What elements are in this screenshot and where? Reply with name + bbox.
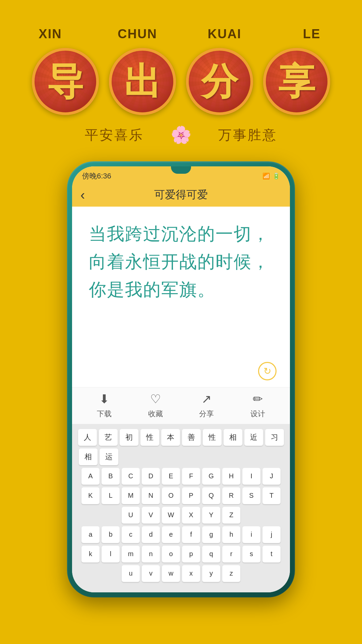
key-r[interactable]: r xyxy=(222,546,240,562)
key-chu[interactable]: 初 xyxy=(120,429,138,446)
app-title: 可爱得可爱 xyxy=(154,187,208,202)
key-s[interactable]: s xyxy=(242,546,260,562)
coin-char-dao: 导 xyxy=(47,63,84,100)
key-Q[interactable]: Q xyxy=(202,487,220,504)
back-button[interactable]: ‹ xyxy=(80,188,85,202)
phone-screen: 傍晚6:36 📶 🔋 ‹ 可爱得可爱 当我跨过沉沦的一切，向着永恒开战的时候，你… xyxy=(72,166,290,592)
key-F[interactable]: F xyxy=(182,468,200,485)
key-H[interactable]: H xyxy=(222,468,240,485)
favorite-action[interactable]: ♡ 收藏 xyxy=(148,392,163,419)
key-y2[interactable]: y xyxy=(202,565,220,582)
key-i[interactable]: i xyxy=(242,526,260,543)
phone-inner: 傍晚6:36 📶 🔋 ‹ 可爱得可爱 当我跨过沉沦的一切，向着永恒开战的时候，你… xyxy=(72,166,290,592)
key-yun[interactable]: 运 xyxy=(100,448,118,465)
coin-char-chu: 出 xyxy=(124,63,161,100)
main-text: 当我跨过沉沦的一切，向着永恒开战的时候，你是我的军旗。 xyxy=(89,220,273,304)
key-shan[interactable]: 善 xyxy=(182,429,201,446)
key-xing1[interactable]: 性 xyxy=(140,429,159,446)
key-L[interactable]: L xyxy=(102,487,120,504)
keyboard-section: 人 艺 初 性 本 善 性 相 近 习 相 运 xyxy=(72,424,290,593)
key-W[interactable]: W xyxy=(162,507,180,524)
keyboard-row-lower-1: a b c d e f g h i j xyxy=(75,526,287,543)
key-I[interactable]: I xyxy=(242,468,260,485)
key-c[interactable]: c xyxy=(122,526,140,543)
blessing-left: 平安喜乐 xyxy=(85,126,144,144)
key-d[interactable]: d xyxy=(142,526,160,543)
key-xing2[interactable]: 性 xyxy=(203,429,222,446)
key-jin[interactable]: 近 xyxy=(244,429,263,446)
coin-chu[interactable]: 出 xyxy=(109,48,176,115)
phone-notch xyxy=(171,166,191,174)
key-k[interactable]: k xyxy=(81,546,100,562)
key-b[interactable]: b xyxy=(102,526,120,543)
key-o[interactable]: o xyxy=(162,546,180,562)
key-G[interactable]: G xyxy=(202,468,220,485)
phone-mockup: 傍晚6:36 📶 🔋 ‹ 可爱得可爱 当我跨过沉沦的一切，向着永恒开战的时候，你… xyxy=(67,161,295,597)
coin-dao[interactable]: 导 xyxy=(32,48,99,115)
key-O[interactable]: O xyxy=(162,487,180,504)
key-h[interactable]: h xyxy=(222,526,240,543)
key-m[interactable]: m xyxy=(122,546,140,562)
status-icons: 📶 🔋 xyxy=(262,172,280,180)
key-z2[interactable]: z xyxy=(222,565,240,582)
keyboard-row-alpha-3: U V W X Y Z xyxy=(75,507,287,524)
download-action[interactable]: ⬇ 下载 xyxy=(97,392,112,419)
favorite-label: 收藏 xyxy=(148,409,163,419)
share-icon: ↗ xyxy=(201,392,212,406)
design-action[interactable]: ✏ 设计 xyxy=(250,392,265,419)
key-u2[interactable]: u xyxy=(122,565,140,582)
keyboard-row-alpha-2: K L M N O P Q R S T xyxy=(75,487,287,504)
key-f[interactable]: f xyxy=(182,526,200,543)
key-l[interactable]: l xyxy=(102,546,120,562)
key-n[interactable]: n xyxy=(142,546,160,562)
key-w2[interactable]: w xyxy=(162,565,180,582)
coin-fen[interactable]: 分 xyxy=(186,48,253,115)
key-P[interactable]: P xyxy=(182,487,200,504)
key-C[interactable]: C xyxy=(122,468,140,485)
key-B[interactable]: B xyxy=(102,468,120,485)
refresh-button[interactable]: ↻ xyxy=(258,362,277,380)
key-t[interactable]: t xyxy=(262,546,281,562)
blessing-row: 平安喜乐 🌸 万事胜意 xyxy=(85,125,277,145)
key-Y[interactable]: Y xyxy=(202,507,220,524)
key-v2[interactable]: v xyxy=(142,565,160,582)
keyboard-row-chinese-2: 相 运 xyxy=(75,448,287,465)
pinyin-le: LE xyxy=(278,27,345,41)
battery-icon: 🔋 xyxy=(273,172,280,180)
key-e[interactable]: e xyxy=(162,526,180,543)
keyboard-row-lower-3: u v w x y z xyxy=(75,565,287,582)
key-q[interactable]: q xyxy=(202,546,220,562)
key-yi[interactable]: 艺 xyxy=(99,429,118,446)
key-xiang[interactable]: 相 xyxy=(224,429,242,446)
key-K[interactable]: K xyxy=(81,487,100,504)
key-A[interactable]: A xyxy=(81,468,100,485)
key-T[interactable]: T xyxy=(262,487,281,504)
coin-char-xiang: 享 xyxy=(278,63,315,100)
key-xiang2[interactable]: 相 xyxy=(79,448,98,465)
key-U[interactable]: U xyxy=(122,507,140,524)
key-x2[interactable]: x xyxy=(182,565,200,582)
key-a[interactable]: a xyxy=(81,526,100,543)
share-action[interactable]: ↗ 分享 xyxy=(199,392,214,419)
key-X[interactable]: X xyxy=(182,507,200,524)
coin-xiang[interactable]: 享 xyxy=(263,48,330,115)
key-S[interactable]: S xyxy=(242,487,260,504)
key-Z[interactable]: Z xyxy=(222,507,240,524)
key-p[interactable]: p xyxy=(182,546,200,562)
content-area: 当我跨过沉沦的一切，向着永恒开战的时候，你是我的军旗。 ↻ xyxy=(72,207,290,387)
key-ren[interactable]: 人 xyxy=(78,429,97,446)
key-V[interactable]: V xyxy=(142,507,160,524)
key-M[interactable]: M xyxy=(122,487,140,504)
download-icon: ⬇ xyxy=(99,392,109,406)
key-R[interactable]: R xyxy=(222,487,240,504)
key-J[interactable]: J xyxy=(262,468,281,485)
key-E[interactable]: E xyxy=(162,468,180,485)
key-j[interactable]: j xyxy=(262,526,281,543)
key-ben[interactable]: 本 xyxy=(161,429,180,446)
key-N[interactable]: N xyxy=(142,487,160,504)
pinyin-kuai: KUAI xyxy=(191,27,258,41)
key-xi[interactable]: 习 xyxy=(265,429,284,446)
key-D[interactable]: D xyxy=(142,468,160,485)
key-g[interactable]: g xyxy=(202,526,220,543)
heart-icon: ♡ xyxy=(150,392,161,406)
